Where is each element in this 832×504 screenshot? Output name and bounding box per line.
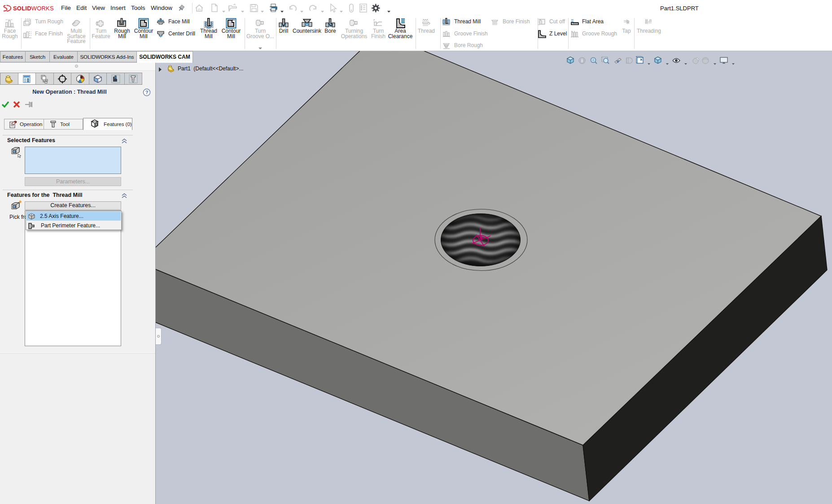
svg-text:?: ? <box>145 90 149 95</box>
